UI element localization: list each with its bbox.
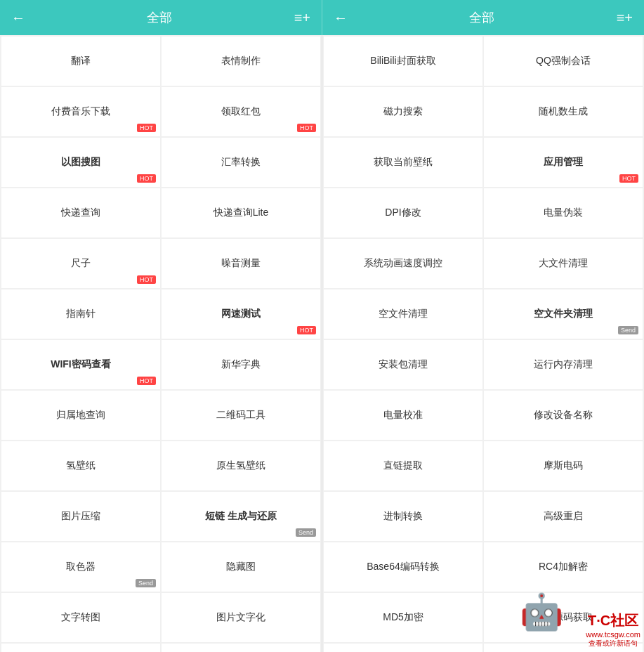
right-list-item[interactable]: 获取当前壁纸 (324, 138, 482, 187)
left-list-item[interactable]: 二维码工具 (162, 391, 320, 440)
left-list-item[interactable]: 表情制作 (162, 37, 320, 86)
left-list-item[interactable]: 指南针 (1, 289, 160, 339)
item-badge: HOT (619, 174, 638, 183)
left-list-item[interactable]: 噪音测量 (162, 239, 320, 288)
left-list-item[interactable]: 图片压缩 (1, 492, 160, 541)
left-list-item[interactable]: 短链 生成与还原Send (162, 492, 320, 541)
left-list-item[interactable]: 汇率转换 (162, 138, 320, 187)
item-label: 磁力搜索 (378, 100, 428, 124)
left-list-item[interactable]: 新华字典 (162, 340, 320, 389)
item-label: 翻译 (65, 49, 96, 73)
right-menu-button[interactable]: ≡+ (617, 10, 633, 26)
right-list-item[interactable]: MD5加密 (324, 593, 482, 642)
left-list-item[interactable]: 翻译 (1, 37, 160, 86)
left-list-item[interactable]: 图片拼接 (162, 644, 320, 652)
item-label: 获取当前壁纸 (368, 150, 438, 174)
left-list-item[interactable]: 归属地查询 (1, 391, 160, 440)
item-label: 摩斯电码 (538, 454, 589, 478)
header-bar: ← 全部 ≡+ ← 全部 ≡+ (0, 0, 644, 35)
item-label: 运行内存清理 (528, 353, 598, 377)
left-list-item[interactable]: 付费音乐下载HOT (1, 87, 160, 136)
left-list-item[interactable]: 原生氢壁纸 (162, 441, 320, 490)
item-label: 快递查询 (55, 201, 106, 225)
right-list-item[interactable]: 摩斯电码 (484, 441, 643, 490)
right-list-item[interactable]: 直链提取 (324, 441, 482, 490)
right-items-grid: BiliBili封面获取QQ强制会话磁力搜索随机数生成获取当前壁纸应用管理HOT… (322, 35, 644, 652)
left-menu-button[interactable]: ≡+ (294, 10, 310, 26)
right-back-button[interactable]: ← (334, 10, 348, 26)
item-label: 二维码工具 (211, 403, 271, 427)
item-label: 领取红包 (216, 100, 266, 124)
item-label: 快递查询Lite (208, 201, 275, 225)
item-label: 网页源码获取 (528, 606, 598, 630)
item-label: 安装包清理 (373, 353, 433, 377)
item-label: 直链提取 (378, 454, 428, 478)
right-list-item[interactable]: 网页源码获取 (484, 593, 643, 642)
left-list-item[interactable]: 快递查询 (1, 188, 160, 237)
item-badge: HOT (137, 275, 156, 284)
left-header-title: 全部 (25, 9, 294, 26)
item-badge: HOT (297, 124, 316, 132)
right-list-item[interactable]: 磁力搜索 (324, 87, 482, 136)
left-list-item[interactable]: 图片文字化 (162, 593, 320, 642)
right-list-item[interactable]: 随机数生成 (484, 87, 643, 136)
left-list-item[interactable]: 领取红包HOT (162, 87, 320, 136)
item-label: 归属地查询 (51, 403, 111, 427)
item-badge: HOT (137, 124, 156, 132)
left-list-item[interactable]: 隐藏图 (162, 542, 320, 592)
item-label: 随机数生成 (533, 100, 593, 124)
item-label: 原生氢壁纸 (211, 454, 271, 478)
item-badge: Send (618, 326, 638, 334)
right-list-item[interactable]: 系统动画速度调控 (324, 239, 482, 288)
right-list-item[interactable]: 进制转换 (324, 492, 482, 541)
item-label: QQ强制会话 (530, 49, 596, 73)
right-list-item[interactable]: 应用管理HOT (484, 138, 643, 187)
item-badge: Send (136, 579, 156, 587)
item-label: Base64编码转换 (361, 555, 445, 579)
left-items-grid: 翻译表情制作付费音乐下载HOT领取红包HOT以图搜图HOT汇率转换快递查询快递查… (0, 35, 322, 652)
left-list-item[interactable]: 图片颜文字画 (1, 644, 160, 652)
item-label: 图片压缩 (55, 504, 106, 528)
right-list-item[interactable]: 空文件清理 (324, 289, 482, 339)
right-list-item[interactable]: Base64编码转换 (324, 542, 482, 592)
item-badge: HOT (297, 326, 316, 334)
right-list-item[interactable]: BiliBili封面获取 (324, 37, 482, 86)
item-label: 噪音测量 (216, 252, 266, 275)
right-panel: BiliBili封面获取QQ强制会话磁力搜索随机数生成获取当前壁纸应用管理HOT… (322, 35, 644, 652)
left-header: ← 全部 ≡+ (0, 0, 322, 35)
left-list-item[interactable]: 尺子HOT (1, 239, 160, 288)
left-list-item[interactable]: 氢壁纸 (1, 441, 160, 490)
right-list-item[interactable]: 安装包清理 (324, 340, 482, 389)
right-list-item[interactable]: 电量校准 (324, 391, 482, 440)
item-badge: HOT (137, 377, 156, 385)
left-list-item[interactable]: 以图搜图HOT (1, 138, 160, 187)
left-back-button[interactable]: ← (11, 10, 25, 26)
right-list-item[interactable]: 空文件夹清理Send (484, 289, 643, 339)
right-list-item[interactable]: 大文件清理 (484, 239, 643, 288)
left-list-item[interactable]: WIFI密码查看HOT (1, 340, 160, 389)
item-label: 空文件清理 (373, 302, 433, 326)
right-list-item[interactable]: QQ强制会话 (484, 37, 643, 86)
right-list-item[interactable]: 查看或许新语句 (484, 644, 643, 652)
right-header-title: 全部 (348, 9, 617, 26)
item-label: 空文件夹清理 (528, 302, 598, 326)
item-label: 网速测试 (216, 302, 266, 326)
left-list-item[interactable]: 快递查询Lite (162, 188, 320, 237)
left-list-item[interactable]: 网速测试HOT (162, 289, 320, 339)
right-list-item[interactable]: 修改设备名称 (484, 391, 643, 440)
right-list-item[interactable]: 运行内存清理 (484, 340, 643, 389)
item-label: 付费音乐下载 (46, 100, 116, 124)
item-label: 应用管理 (538, 150, 589, 174)
right-list-item[interactable]: DPI修改 (324, 188, 482, 237)
item-label: 图片文字化 (211, 606, 271, 630)
right-list-item[interactable]: RC4加解密 (484, 542, 643, 592)
item-label: 以图搜图 (55, 150, 106, 174)
left-list-item[interactable]: 文字转图 (1, 593, 160, 642)
item-label: 表情制作 (216, 49, 266, 73)
right-list-item[interactable]: 高级重启 (484, 492, 643, 541)
right-list-item[interactable]: 电量伪装 (484, 188, 643, 237)
right-list-item[interactable]: 全球IP查询 (324, 644, 482, 652)
item-label: WIFI密码查看 (45, 353, 117, 377)
left-list-item[interactable]: 取色器Send (1, 542, 160, 592)
item-label: RC4加解密 (533, 555, 593, 579)
